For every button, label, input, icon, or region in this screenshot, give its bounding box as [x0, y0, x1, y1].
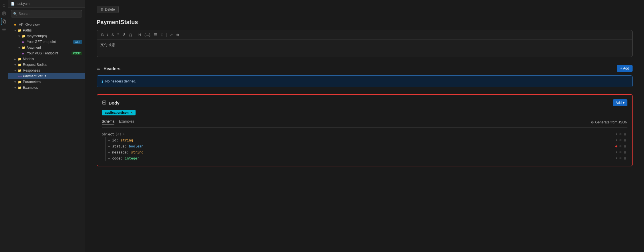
italic-button[interactable]: I — [106, 32, 110, 38]
sidebar-filename: test.yaml — [17, 2, 30, 6]
editor-toolbar: B I S " {} H {…} ☰ ⊞ ↗ ⊗ — [97, 30, 632, 40]
field-message-actions: ℹ ⊡ 🗑 — [615, 150, 627, 154]
caret-down-icon: ▼ — [14, 63, 17, 66]
code-block-button[interactable]: {…} — [143, 32, 152, 38]
body-icon — [102, 100, 106, 106]
sidebar-item-examples[interactable]: ▼ 📁 Examples — [8, 85, 85, 90]
folder-icon: 📁 — [18, 69, 22, 72]
schema-root-actions: ℹ ⊡ 🗑 — [615, 132, 627, 136]
link-button[interactable] — [121, 32, 127, 38]
sidebar-item-request-bodies[interactable]: ▼ 📁 Request Bodies — [8, 62, 85, 68]
sidebar-item-models[interactable]: ▶ 📁 Models — [8, 56, 85, 62]
sidebar-item-label: /payment — [27, 46, 41, 50]
components-icon[interactable]: ⬡ — [1, 2, 7, 9]
caret-down-icon: ▼ — [18, 35, 21, 38]
search-input[interactable] — [11, 10, 82, 17]
content-type-tab[interactable]: application/json ✕ — [102, 110, 136, 115]
delete-icon[interactable]: 🗑 — [623, 138, 627, 142]
add-header-button[interactable]: + Add — [617, 65, 633, 72]
info-icon[interactable]: ℹ — [615, 150, 618, 154]
add-body-button[interactable]: Add ▾ — [613, 99, 627, 106]
search-box-container: 🔍 — [8, 8, 85, 20]
close-content-type-icon[interactable]: ✕ — [130, 111, 133, 114]
delete-btn-bar: 🗑 Delete — [97, 6, 633, 13]
field-key-message: message: — [112, 150, 129, 154]
connector-line: — — [108, 150, 110, 154]
expand-field-icon[interactable]: ⊡ — [619, 132, 622, 136]
sidebar-item-parameters[interactable]: ▼ 📁 Parameters — [8, 79, 85, 85]
files-icon[interactable] — [1, 18, 7, 25]
heading-button[interactable]: H — [137, 32, 142, 38]
svg-rect-5 — [4, 21, 6, 23]
expand-icon[interactable]: ⊡ — [619, 156, 622, 160]
quote-button[interactable]: " — [116, 32, 120, 38]
sidebar-item-paths[interactable]: ▼ 📁 Paths — [8, 27, 85, 33]
bold-button[interactable]: B — [100, 32, 105, 38]
schema-tab-group: Schema Examples — [102, 119, 134, 125]
field-key-status: status: — [112, 144, 127, 148]
folder-icon: 📁 — [18, 86, 22, 90]
external-link-button[interactable]: ↗ — [168, 32, 174, 38]
headers-icon — [97, 66, 101, 71]
sidebar-item-payment-status[interactable]: ⟺ PaymentStatus — [8, 73, 85, 79]
post-badge: POST — [71, 52, 82, 55]
schema-tree: object (4) + ℹ ⊡ 🗑 — id: string ℹ ⊡ — [102, 131, 627, 161]
caret-right-icon: ▶ — [14, 58, 17, 61]
list-button[interactable]: ☰ — [152, 32, 158, 38]
required-icon[interactable]: ● — [615, 144, 618, 148]
delete-icon[interactable]: 🗑 — [623, 156, 627, 160]
sidebar-item-get-endpoint[interactable]: ◆ Your GET endpoint GET — [8, 39, 85, 45]
code-button[interactable]: {} — [128, 32, 133, 38]
field-type-message: string — [131, 150, 143, 154]
schema-fields-container: — id: string ℹ ⊡ 🗑 — status: boolean ● — [105, 137, 627, 161]
docs-icon[interactable] — [1, 10, 7, 17]
info-icon[interactable]: ℹ — [615, 138, 618, 142]
caret-down-icon: ▼ — [14, 86, 17, 89]
body-section-header: Body Add ▾ — [102, 99, 627, 106]
caret-down-icon: ▼ — [14, 29, 17, 32]
schema-root-row: object (4) + ℹ ⊡ 🗑 — [102, 131, 627, 137]
description-text: 支付状态 — [100, 43, 115, 47]
sidebar: 📄 test.yaml 🔍 ★ API Overview ▼ 📁 Paths ▼… — [8, 0, 85, 252]
strikethrough-button[interactable]: S — [110, 32, 115, 38]
clear-button[interactable]: ⊗ — [175, 32, 180, 38]
sidebar-item-label: Paths — [23, 28, 32, 32]
editor-content[interactable]: 支付状态 — [97, 40, 632, 57]
sidebar-item-api-overview[interactable]: ★ API Overview — [8, 22, 85, 27]
connector-line: — — [108, 138, 110, 142]
schema-field-code: — code: integer ℹ ⊡ 🗑 — [106, 155, 627, 161]
schema-add-field-btn[interactable]: + — [123, 132, 125, 136]
generate-icon: ⚙ — [591, 120, 594, 124]
sidebar-item-label: PaymentStatus — [23, 74, 46, 78]
headers-section: Headers + Add ℹ No headers defined. — [97, 65, 633, 87]
schema-root-type: object — [102, 132, 114, 136]
tab-schema[interactable]: Schema — [102, 119, 114, 125]
table-button[interactable]: ⊞ — [159, 32, 165, 38]
folder-icon: 📁 — [18, 29, 22, 32]
trash-icon: 🗑 — [100, 7, 104, 11]
star-icon: ★ — [14, 23, 18, 27]
delete-icon[interactable]: 🗑 — [623, 144, 627, 148]
info-icon: ℹ — [102, 79, 103, 84]
sidebar-item-label: Examples — [23, 86, 38, 90]
delete-button[interactable]: 🗑 Delete — [97, 6, 119, 13]
expand-icon[interactable]: ⊡ — [619, 150, 622, 154]
sidebar-item-responses[interactable]: ▼ 📁 Responses — [8, 68, 85, 73]
endpoint-icon: ◆ — [22, 52, 26, 55]
sidebar-item-payment-id[interactable]: ▼ 📁 /payment/{id} — [8, 33, 85, 39]
generate-from-json-button[interactable]: ⚙ Generate from JSON — [591, 120, 627, 124]
expand-icon[interactable]: ⊡ — [619, 138, 622, 142]
expand-icon[interactable]: ⊡ — [619, 144, 622, 148]
toolbar-divider-2 — [166, 33, 167, 37]
styles-icon[interactable] — [1, 26, 7, 33]
connector-line: — — [108, 144, 110, 148]
tab-examples[interactable]: Examples — [119, 119, 134, 125]
delete-icon[interactable]: 🗑 — [623, 150, 627, 154]
sidebar-item-post-endpoint[interactable]: ◆ Your POST endpoint POST — [8, 50, 85, 56]
delete-field-icon[interactable]: 🗑 — [623, 132, 627, 136]
sidebar-item-payment[interactable]: ▼ 📁 /payment — [8, 45, 85, 50]
folder-icon: 📁 — [22, 34, 26, 38]
sidebar-item-label: API Overview — [19, 23, 40, 27]
info-icon[interactable]: ℹ — [615, 156, 618, 160]
info-field-icon[interactable]: ℹ — [615, 132, 618, 136]
